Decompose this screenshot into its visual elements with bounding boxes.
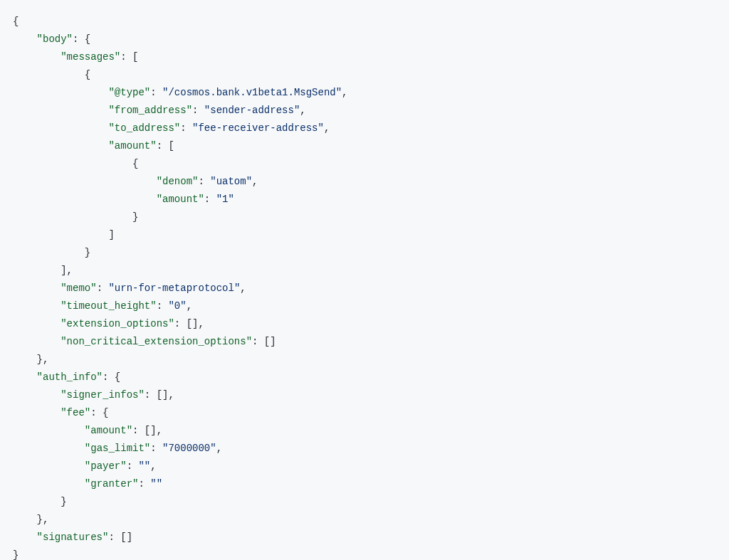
key-signatures: "signatures" [37, 532, 109, 543]
punct: : [138, 478, 150, 490]
val-payer: "" [138, 460, 150, 472]
punct: : [127, 460, 139, 472]
punct: , [216, 443, 222, 454]
punct: , [187, 300, 192, 312]
punct: , [240, 282, 246, 294]
punct: ] [108, 229, 114, 241]
val-to-address: "fee-receiver-address" [192, 122, 324, 134]
punct: { [13, 16, 19, 27]
punct: } [132, 211, 138, 223]
val-granter: "" [150, 478, 162, 490]
punct: { [132, 158, 138, 169]
punct: , [342, 87, 347, 98]
punct: : [], [132, 425, 162, 436]
punct: : [97, 282, 109, 294]
key-amount: "amount" [108, 140, 156, 152]
val-denom: "uatom" [210, 176, 252, 187]
punct: } [85, 247, 90, 258]
key-granter: "granter" [85, 478, 139, 490]
val-memo: "urn-for-metaprotocol" [108, 282, 240, 294]
json-code-block: { "body": { "messages": [ { "@type": "/c… [13, 13, 716, 560]
key-messages: "messages" [61, 51, 120, 63]
key-fee: "fee" [61, 407, 90, 418]
val-type: "/cosmos.bank.v1beta1.MsgSend" [162, 87, 342, 98]
punct: : [], [174, 318, 204, 329]
punct: { [85, 69, 90, 80]
punct: , [324, 122, 330, 134]
key-auth-info: "auth_info" [37, 371, 103, 383]
punct: : [150, 87, 162, 98]
key-gas-limit: "gas_limit" [85, 443, 150, 454]
key-fee-amount: "amount" [85, 425, 132, 436]
punct: } [13, 549, 19, 560]
punct: : [157, 300, 169, 312]
key-type: "@type" [108, 87, 150, 98]
val-from-address: "sender-address" [204, 105, 300, 116]
punct: }, [37, 354, 49, 365]
punct: : { [103, 371, 120, 383]
punct: : [180, 122, 192, 134]
punct: : [] [252, 336, 276, 347]
punct: }, [37, 514, 49, 525]
punct: } [61, 496, 66, 507]
punct: : [198, 176, 210, 187]
key-timeout-height: "timeout_height" [61, 300, 156, 312]
key-denom: "denom" [157, 176, 199, 187]
punct: : [192, 105, 204, 116]
key-memo: "memo" [61, 282, 96, 294]
punct: : { [90, 407, 108, 418]
punct: : [204, 194, 216, 205]
punct: , [252, 176, 258, 187]
punct: : [ [120, 51, 138, 63]
key-signer-infos: "signer_infos" [61, 389, 145, 401]
key-payer: "payer" [85, 460, 127, 472]
key-from-address: "from_address" [108, 105, 192, 116]
key-non-critical-extension-options: "non_critical_extension_options" [61, 336, 252, 347]
key-to-address: "to_address" [108, 122, 180, 134]
punct: : [] [108, 532, 132, 543]
val-timeout-height: "0" [168, 300, 186, 312]
punct: : [ [157, 140, 174, 152]
punct: ], [61, 265, 73, 276]
punct: , [150, 460, 156, 472]
punct: : { [73, 33, 90, 45]
punct: : [150, 443, 162, 454]
key-amount-inner: "amount" [157, 194, 204, 205]
val-gas-limit: "7000000" [162, 443, 216, 454]
val-amount: "1" [216, 194, 234, 205]
punct: , [300, 105, 305, 116]
key-body: "body" [37, 33, 73, 45]
punct: : [], [145, 389, 174, 401]
key-extension-options: "extension_options" [61, 318, 174, 329]
